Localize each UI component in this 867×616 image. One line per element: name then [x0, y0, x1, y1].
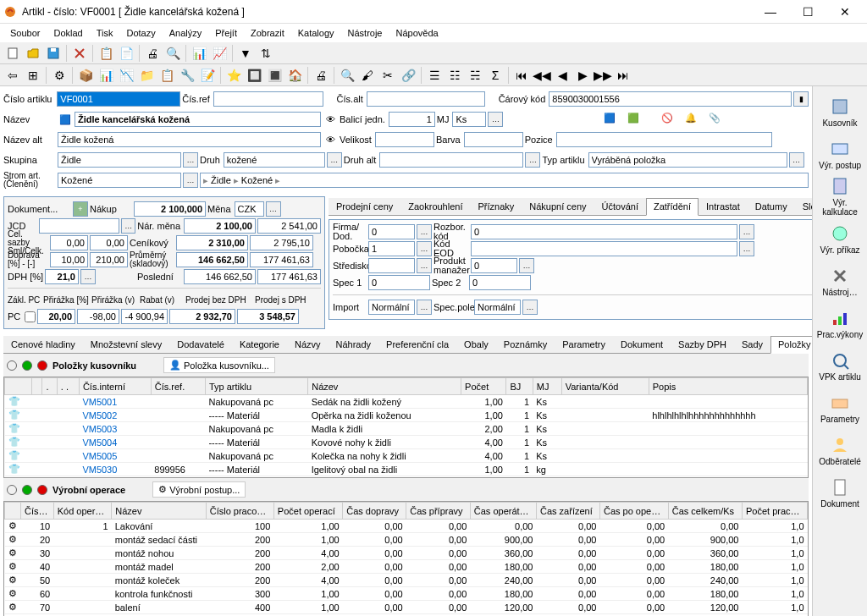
dots-button[interactable]: …: [522, 300, 538, 315]
input-skupina[interactable]: [58, 152, 181, 168]
circle-icon[interactable]: [7, 360, 17, 371]
th[interactable]: Počet: [461, 378, 506, 395]
th[interactable]: Čas operát…: [470, 503, 536, 520]
input-cis-alt[interactable]: [367, 91, 485, 107]
tab-dokument[interactable]: Dokument: [613, 336, 671, 353]
preview-icon[interactable]: 🔍: [163, 44, 182, 63]
input-prumer[interactable]: [176, 252, 248, 267]
tb2-icon[interactable]: ☰: [425, 66, 444, 85]
input-cis-ref[interactable]: [213, 91, 323, 107]
th[interactable]: Čís.interní: [79, 378, 151, 395]
dots-button[interactable]: …: [80, 269, 96, 284]
input-nakup[interactable]: [134, 201, 206, 217]
nav-last-icon[interactable]: ⏭: [614, 66, 632, 85]
table-row[interactable]: ⚙50montáž koleček2004,000,000,00240,000,…: [5, 574, 808, 587]
chart-icon[interactable]: 📈: [210, 44, 229, 63]
status-icon-blue[interactable]: 🟦: [604, 113, 617, 126]
th[interactable]: Kód oper…: [53, 503, 112, 520]
tab-priznaky[interactable]: Příznaky: [470, 198, 522, 215]
tab-nahrady[interactable]: Náhrady: [329, 336, 379, 353]
dots-button[interactable]: …: [417, 258, 432, 273]
input-velikost[interactable]: [375, 132, 434, 147]
circle-red-icon[interactable]: [37, 360, 47, 371]
input-ps[interactable]: [237, 309, 299, 324]
dokument-button[interactable]: Dokument...: [8, 204, 71, 214]
sidebar-dokument[interactable]: Dokument: [815, 472, 865, 513]
filter-icon[interactable]: ▼: [236, 44, 255, 63]
star-icon[interactable]: ⭐: [224, 66, 243, 85]
th[interactable]: [5, 378, 32, 395]
plus-icon[interactable]: +: [73, 201, 88, 217]
kusovnik-grid[interactable]: .. .Čís.interníČís.ref.Typ artikluNázevP…: [3, 377, 809, 478]
table-row[interactable]: 👕VM5004----- MateriálKovové nohy k židli…: [5, 436, 808, 449]
status-icon-stop[interactable]: 🚫: [661, 113, 675, 126]
breadcrumb-item[interactable]: Židle: [211, 175, 231, 185]
sidebar-vpk-artiklu[interactable]: VPK artiklu: [815, 345, 865, 386]
maximize-button[interactable]: ☐: [789, 1, 826, 23]
tb2-icon[interactable]: 🔗: [399, 66, 417, 85]
tb2-icon[interactable]: 🔳: [265, 66, 284, 85]
save-icon[interactable]: [44, 44, 63, 63]
dots-button[interactable]: …: [327, 152, 342, 168]
table-row[interactable]: 👕VM5003Nakupovaná pcMadla k židli2,001Ks: [5, 422, 808, 436]
dots-button[interactable]: …: [121, 218, 135, 234]
pc-checkbox[interactable]: [25, 311, 36, 322]
menu-napoveda[interactable]: Nápověda: [389, 26, 445, 40]
tab-sady[interactable]: Sady: [734, 336, 770, 353]
tab-uctovani[interactable]: Účtování: [594, 198, 646, 215]
dots-button[interactable]: …: [519, 258, 534, 273]
tb2-icon[interactable]: ⇦: [3, 66, 22, 85]
sidebar-nastroj[interactable]: Nástroj…: [815, 261, 865, 301]
sidebar-vyr-kalkulace[interactable]: Výr. kalkulace: [815, 176, 865, 217]
open-icon[interactable]: [24, 44, 42, 63]
input-pv[interactable]: [77, 309, 119, 324]
table-row[interactable]: ⚙40montáž madel2002,000,000,00180,000,00…: [5, 560, 808, 574]
input-cenik[interactable]: [176, 235, 248, 250]
operace-grid[interactable]: Čís…Kód oper…NázevČíslo praco…Počet oper…: [3, 501, 809, 616]
eye-icon[interactable]: 👁: [323, 132, 338, 147]
th[interactable]: Čas dopravy: [343, 503, 406, 520]
table-row[interactable]: 👕VM5002----- MateriálOpěrka na židli kož…: [5, 409, 808, 422]
sidebar-kusovnik[interactable]: Kusovník: [815, 91, 865, 132]
tab-zatrideni[interactable]: Zatřídění: [646, 198, 699, 216]
paste-icon[interactable]: 📄: [117, 44, 135, 63]
input-mj[interactable]: [452, 112, 486, 127]
gear-icon[interactable]: ⚙: [50, 66, 69, 85]
tb2-icon[interactable]: 📊: [97, 66, 115, 85]
tab-intrastat[interactable]: Intrastat: [699, 198, 748, 215]
input-pbez[interactable]: [169, 309, 235, 324]
menu-analyzy[interactable]: Analýzy: [163, 26, 209, 40]
th[interactable]: Počet operací: [273, 503, 342, 520]
tab-slevy[interactable]: Slevy: [795, 198, 812, 215]
menu-prejit[interactable]: Přejít: [208, 26, 244, 40]
th[interactable]: Čas zařízení: [537, 503, 600, 520]
sum-icon[interactable]: Σ: [486, 66, 505, 85]
polozka-kusovniku-button[interactable]: 👤 Položka kusovníku...: [163, 357, 275, 373]
sidebar-odberatele[interactable]: Odběratelé: [815, 430, 865, 470]
nav-first-icon[interactable]: ⏮: [512, 66, 531, 85]
nav-next-icon[interactable]: ▶: [573, 66, 592, 85]
print-icon[interactable]: 🖨: [143, 44, 162, 63]
tab-sazby-dph[interactable]: Sazby DPH: [671, 336, 734, 353]
input-firma[interactable]: [368, 224, 415, 239]
new-icon[interactable]: [3, 44, 22, 63]
input-kod-eod[interactable]: [471, 241, 737, 256]
input-barva[interactable]: [464, 132, 523, 147]
th[interactable]: Čís.ref.: [151, 378, 205, 395]
dots-button[interactable]: …: [488, 112, 503, 127]
input-d0[interactable]: [50, 252, 88, 267]
home-icon[interactable]: 🏠: [285, 66, 304, 85]
table-row[interactable]: 👕VM5030899956----- MateriálIgelitový oba…: [5, 463, 808, 476]
tb2-icon[interactable]: 🔍: [338, 66, 356, 85]
delete-icon[interactable]: [70, 44, 89, 63]
input-import[interactable]: [368, 300, 415, 315]
input-rv[interactable]: [121, 309, 168, 324]
th[interactable]: . .: [57, 378, 79, 395]
copy-icon[interactable]: 📋: [97, 44, 115, 63]
tb2-icon[interactable]: ⊞: [24, 66, 42, 85]
input-produkt[interactable]: [471, 258, 517, 273]
input-pozice[interactable]: [556, 132, 772, 147]
sidebar-parametry[interactable]: Parametry: [815, 388, 865, 428]
dots-button[interactable]: …: [183, 152, 198, 168]
tab-zaokrouhleni[interactable]: Zaokrouhlení: [400, 198, 470, 215]
